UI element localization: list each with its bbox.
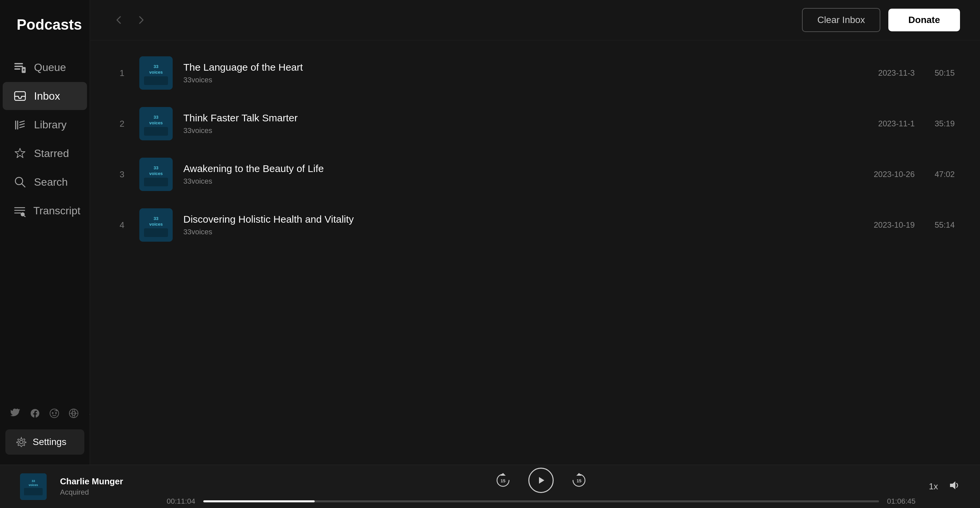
svg-rect-40 [144,76,168,85]
header-actions: Clear Inbox Donate [802,8,960,32]
forward-button[interactable] [133,11,150,29]
svg-rect-10 [14,66,23,67]
episode-row[interactable]: 2 33 voices Think Faster Talk Smarter 33… [95,99,975,148]
play-pause-button[interactable] [528,468,554,493]
svg-marker-62 [950,481,955,489]
rewind-button[interactable]: 15 [494,472,512,489]
svg-text:33: 33 [32,479,35,483]
svg-text:voices: voices [150,222,163,227]
svg-point-29 [52,412,54,414]
svg-point-36 [20,440,23,444]
search-nav-icon [13,175,27,189]
episode-row[interactable]: 4 33 voices Discovering Holistic Health … [95,200,975,250]
episode-duration: 55:14 [928,220,955,230]
episode-author: 33voices [183,76,868,84]
player-buttons: 15 15 [494,468,588,493]
sidebar-item-queue[interactable]: Queue [3,53,87,81]
episode-info: Think Faster Talk Smarter 33voices [183,112,868,135]
svg-rect-48 [144,178,168,186]
back-button[interactable] [110,11,127,29]
sidebar-item-search[interactable]: Search [3,168,87,196]
episode-number: 3 [115,169,129,180]
episode-duration: 47:02 [928,170,955,179]
sidebar-item-search-label: Search [34,176,68,188]
svg-text:33: 33 [154,216,158,221]
volume-button[interactable] [948,479,960,494]
app-title: Podcasts [17,16,82,33]
svg-text:33: 33 [154,115,158,119]
svg-rect-56 [24,488,43,495]
svg-text:voices: voices [150,171,163,176]
svg-line-18 [20,124,24,125]
social-links [0,397,90,429]
player-artwork: 33 voices [20,473,47,500]
svg-text:voices: voices [150,120,163,125]
episode-thumbnail: 33 voices [139,158,173,191]
episode-date: 2023-11-1 [878,119,915,128]
star-icon [13,147,27,160]
progress-fill [203,500,315,502]
episode-duration: 50:15 [928,68,955,78]
clear-inbox-button[interactable]: Clear Inbox [802,8,880,32]
main-content: Clear Inbox Donate 1 33 voices The Langu… [90,0,980,465]
donate-button[interactable]: Donate [888,9,960,31]
episode-info: Awakening to the Beauty of Life 33voices [183,163,863,186]
player-progress: 00:11:04 01:06:45 [167,497,916,506]
episode-row[interactable]: 3 33 voices Awakening to the Beauty of L… [95,150,975,199]
sidebar-item-inbox[interactable]: Inbox [3,82,87,110]
svg-marker-20 [15,148,25,158]
episode-number: 4 [115,220,129,230]
episode-date: 2023-11-3 [878,68,915,78]
episode-thumbnail: 33 voices [139,107,173,140]
sidebar-item-transcript[interactable]: Transcript [3,197,87,225]
sidebar-item-starred[interactable]: Starred [3,139,87,167]
episode-meta: 2023-11-3 50:15 [878,68,955,78]
svg-text:33: 33 [154,165,158,170]
settings-gear-icon [16,437,27,447]
svg-marker-59 [539,477,544,484]
podcast-share-icon[interactable] [68,407,79,419]
episode-number: 1 [115,68,129,78]
reddit-icon[interactable] [49,407,59,419]
sidebar-item-library[interactable]: Library [3,111,87,139]
library-icon [13,118,27,131]
queue-icon [13,61,27,74]
episode-number: 2 [115,119,129,129]
nav-arrows [110,11,150,29]
sidebar-item-queue-label: Queue [34,61,66,74]
twitter-icon[interactable] [11,407,21,419]
player-controls: 15 15 00:11:04 01:06:45 [167,468,916,506]
settings-button[interactable]: Settings [5,429,84,455]
speed-button[interactable]: 1x [929,481,938,492]
sidebar-item-starred-label: Starred [34,147,69,160]
inbox-icon [13,89,27,103]
svg-line-19 [20,126,24,128]
episode-title: Think Faster Talk Smarter [183,112,868,124]
forward-skip-button[interactable]: 15 [570,472,588,489]
facebook-icon[interactable] [30,407,40,419]
episode-title: The Language of the Heart [183,62,868,73]
svg-point-28 [50,409,59,418]
svg-rect-11 [14,68,20,70]
episode-thumbnail: 33 voices [139,208,173,242]
sidebar-item-transcript-label: Transcript [33,205,80,217]
episode-meta: 2023-10-26 47:02 [873,170,955,179]
player-track-subtitle: Acquired [60,488,153,497]
progress-track[interactable] [203,500,879,502]
svg-text:15: 15 [577,478,581,483]
total-time: 01:06:45 [886,497,916,506]
svg-text:33: 33 [154,64,158,69]
episode-author: 33voices [183,126,868,135]
svg-rect-9 [14,63,23,64]
episode-info: The Language of the Heart 33voices [183,62,868,84]
settings-label: Settings [33,437,66,447]
sidebar-item-inbox-label: Inbox [34,90,60,102]
episode-author: 33voices [183,177,863,186]
episode-duration: 35:19 [928,119,955,128]
svg-line-22 [22,184,25,187]
svg-text:voices: voices [150,70,163,75]
episode-row[interactable]: 1 33 voices The Language of the Heart 33… [95,48,975,98]
current-time: 00:11:04 [167,497,197,506]
episode-author: 33voices [183,228,863,236]
player-track-info: Charlie Munger Acquired [60,476,153,497]
